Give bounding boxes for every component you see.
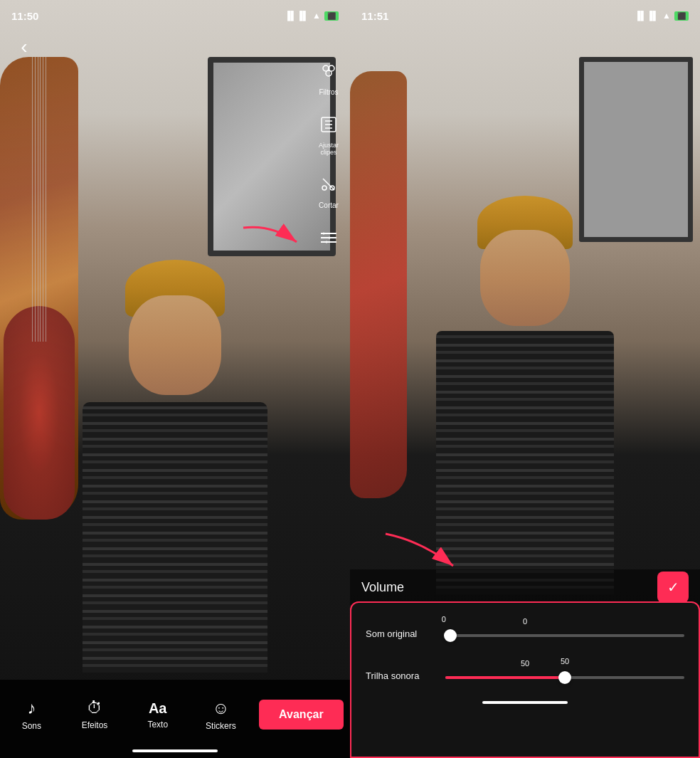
volume-label: Volume: [361, 580, 404, 595]
bottom-toolbar: ♪ Sons ⏱ Efeitos Aa Texto ☺ Stickers Ava…: [0, 680, 350, 758]
volume-panel: 0 Som original 0 50 Trilha sonora: [350, 601, 700, 758]
status-icons-right: ▐▌▐▌ ▲ ⬛: [635, 11, 689, 21]
right-toolbar: Filtros Ajustar clipes: [314, 57, 343, 252]
string-3: [38, 57, 38, 342]
nav-item-stickers[interactable]: ☺ Stickers: [196, 698, 245, 731]
face-right: [480, 230, 570, 326]
trilha-sonora-thumb[interactable]: 50: [558, 671, 571, 684]
trilha-sonora-label: Trilha sonora: [366, 670, 437, 681]
time-right: 11:51: [361, 10, 388, 22]
som-original-row: 0 Som original 0: [366, 617, 684, 639]
volume-check-button[interactable]: ✓: [657, 572, 689, 603]
string-4: [40, 57, 41, 342]
string-6: [46, 57, 46, 342]
som-original-value-label: 0: [366, 617, 684, 626]
person-body: [83, 402, 267, 673]
adjust-label: Ajustar clipes: [319, 142, 339, 156]
status-icons-left: ▐▌▐▌ ▲ ⬛: [285, 11, 339, 21]
trilha-val: 50: [561, 657, 569, 665]
volume-bar: Volume ✓: [350, 569, 700, 605]
person-right: [418, 196, 632, 594]
svg-point-2: [326, 70, 332, 76]
stickers-icon: ☺: [212, 698, 230, 718]
stickers-label: Stickers: [206, 721, 236, 731]
nav-item-sons[interactable]: ♪ Sons: [6, 698, 56, 731]
som-original-val: 0: [442, 615, 446, 623]
efeitos-icon: ⏱: [87, 699, 102, 717]
wifi-icon-right: ▲: [662, 11, 671, 21]
person-left: [61, 260, 289, 673]
svg-point-8: [322, 186, 327, 190]
check-icon: ✓: [667, 579, 679, 596]
trilha-sonora-row: 50 Trilha sonora 50: [366, 659, 684, 681]
som-original-track[interactable]: 0: [445, 634, 684, 637]
right-panel: 11:51 ▐▌▐▌ ▲ ⬛ Volume ✓ 0: [350, 0, 700, 758]
cut-label: Cortar: [319, 201, 339, 209]
trilha-sonora-track[interactable]: 50: [445, 676, 684, 679]
battery-icon: ⬛: [324, 11, 339, 21]
texto-icon: Aa: [149, 700, 167, 717]
wifi-icon: ▲: [312, 11, 321, 21]
sons-icon: ♪: [27, 698, 36, 718]
cut-icon: [314, 170, 343, 199]
filters-icon: [314, 57, 343, 85]
battery-icon-right: ⬛: [674, 11, 689, 21]
back-button[interactable]: ‹: [11, 34, 37, 60]
time-left: 11:50: [11, 10, 38, 22]
efeitos-label: Efeitos: [82, 720, 108, 730]
filters-label: Filtros: [319, 88, 338, 96]
guitar-decoration-right: [350, 71, 407, 498]
nav-item-texto[interactable]: Aa Texto: [133, 700, 183, 730]
string-5: [43, 57, 43, 342]
toolbar-item-cut[interactable]: Cortar: [314, 170, 343, 209]
som-original-label: Som original: [366, 628, 437, 639]
left-panel: 11:50 ▐▌▐▌ ▲ ⬛ ‹ Filtros: [0, 0, 350, 758]
guitar-strings: [32, 57, 46, 342]
texto-label: Texto: [147, 720, 168, 730]
toolbar-item-adjust[interactable]: Ajustar clipes: [314, 110, 343, 156]
status-bar-right: 11:51 ▐▌▐▌ ▲ ⬛: [350, 0, 700, 31]
wall-frame-inner: [213, 63, 330, 251]
bottom-nav: ♪ Sons ⏱ Efeitos Aa Texto ☺ Stickers Ava…: [0, 680, 350, 747]
string-2: [35, 57, 36, 342]
trilha-value-label: 50: [366, 659, 684, 668]
person-head: [118, 260, 232, 402]
body-right: [436, 331, 614, 594]
trilha-sonora-fill: [445, 676, 565, 679]
signal-icon: ▐▌▐▌: [285, 11, 309, 21]
toolbar-item-volume[interactable]: [314, 223, 343, 252]
sons-label: Sons: [22, 721, 41, 731]
som-original-thumb[interactable]: 0: [444, 629, 457, 642]
nav-item-efeitos[interactable]: ⏱ Efeitos: [70, 699, 120, 730]
signal-icon-right: ▐▌▐▌: [635, 11, 659, 21]
status-bar-left: 11:50 ▐▌▐▌ ▲ ⬛: [0, 0, 350, 31]
face: [129, 295, 221, 395]
svg-line-7: [323, 179, 334, 190]
back-icon: ‹: [21, 36, 27, 58]
toolbar-item-filters[interactable]: Filtros: [314, 57, 343, 96]
advance-button[interactable]: Avançar: [259, 700, 344, 730]
volume-icon: [314, 223, 343, 252]
home-indicator-right: [482, 701, 568, 704]
home-indicator-left: [132, 749, 218, 752]
adjust-icon: [314, 110, 343, 139]
string-1: [32, 57, 33, 342]
